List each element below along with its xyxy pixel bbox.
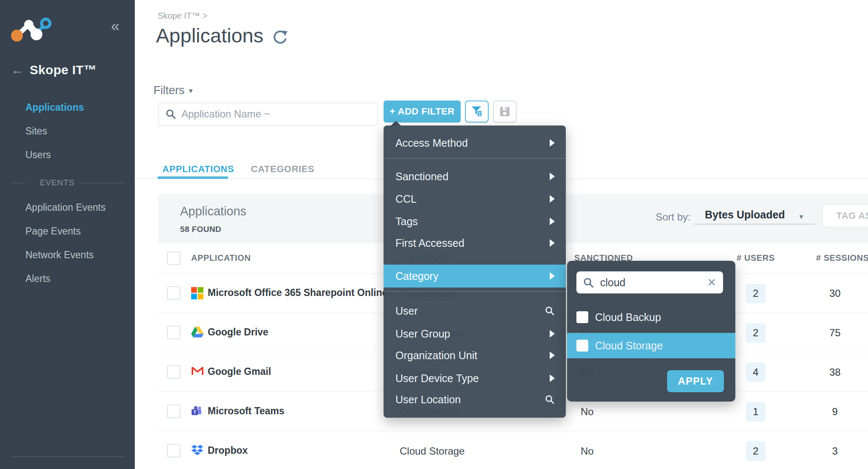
column-header-users[interactable]: # USERS (737, 253, 775, 263)
category-option-checkbox[interactable] (576, 311, 588, 323)
filter-menu-item-access-method[interactable]: Access Method (384, 131, 566, 154)
filter-menu-item-label: User Location (395, 394, 461, 406)
tag-as-button[interactable]: TAG AS... (822, 204, 868, 227)
apply-button[interactable]: APPLY (667, 370, 724, 392)
app-name: Google Gmail (208, 366, 271, 377)
sidebar-item-users[interactable]: Users (25, 148, 51, 161)
row-checkbox[interactable] (167, 444, 181, 458)
sessions-count: 9 (832, 406, 837, 418)
submenu-arrow-icon (550, 352, 555, 359)
application-name-input[interactable] (181, 103, 373, 125)
sessions-count: 3 (832, 445, 837, 457)
category-submenu: ✕ Cloud BackupCloud Storage APPLY (567, 261, 735, 402)
sidebar-item-sites[interactable]: Sites (25, 125, 47, 137)
sidebar: « ← Skope IT™ ApplicationsSitesUsers EVE… (0, 0, 135, 469)
category-option-checkbox[interactable] (576, 340, 588, 352)
sort-by-value: Bytes Uploaded (705, 209, 785, 221)
filter-menu-item-label: Sanctioned (395, 170, 448, 183)
sidebar-title-text: Skope IT™ (30, 63, 97, 77)
filter-menu-item-category[interactable]: Category (384, 265, 566, 288)
submenu-arrow-icon (550, 239, 555, 247)
svg-text:T: T (193, 410, 196, 415)
users-count-badge: 1 (746, 402, 765, 422)
app-name: Dropbox (208, 445, 248, 456)
office365-icon (191, 287, 203, 301)
filter-menu-item-ccl[interactable]: CCL (384, 187, 566, 210)
filter-menu-item-organization-unit[interactable]: Organization Unit (384, 344, 566, 367)
users-count-badge: 4 (746, 363, 765, 382)
users-count-badge: 2 (746, 284, 765, 303)
saved-filters-button[interactable] (465, 100, 489, 123)
filter-menu-item-sanctioned[interactable]: Sanctioned (384, 165, 566, 188)
back-arrow-icon[interactable]: ← (11, 64, 24, 76)
sessions-count: 75 (829, 327, 841, 339)
filter-menu-item-label: User (395, 305, 418, 317)
filter-menu-item-tags[interactable]: Tags (384, 210, 566, 233)
save-icon (499, 106, 511, 117)
page-title-text: Applications (156, 24, 263, 47)
google-drive-icon (191, 327, 204, 340)
search-icon (545, 394, 555, 405)
app-sanctioned: No (581, 406, 594, 418)
row-checkbox[interactable] (167, 286, 181, 300)
filters-toggle[interactable]: Filters ▾ (153, 84, 193, 97)
sidebar-item-alerts[interactable]: Alerts (25, 272, 50, 285)
submenu-arrow-icon (550, 272, 555, 280)
filters-label-text: Filters (153, 84, 185, 97)
column-header-application[interactable]: APPLICATION (191, 253, 251, 263)
row-checkbox[interactable] (167, 365, 181, 379)
filter-menu-item-label: CCL (395, 193, 417, 205)
tab-applications[interactable]: APPLICATIONS (162, 164, 234, 175)
filter-menu-item-label: Category (395, 270, 438, 282)
filter-menu-item-user-device-type[interactable]: User Device Type (384, 367, 566, 390)
category-option-cloud-storage[interactable]: Cloud Storage (567, 333, 735, 358)
sidebar-item-page-events[interactable]: Page Events (25, 225, 81, 237)
filter-menu-item-user-group[interactable]: User Group (384, 322, 566, 345)
add-filter-button[interactable]: + ADD FILTER (384, 100, 461, 123)
app-name: Microsoft Teams (208, 405, 284, 417)
netskope-logo-icon (9, 14, 53, 45)
app-name: Google Drive (208, 327, 268, 338)
submenu-arrow-icon (550, 139, 555, 147)
filter-menu-item-user-location[interactable]: User Location (384, 388, 566, 411)
category-search-input[interactable] (599, 272, 707, 293)
sidebar-item-applications[interactable]: Applications (25, 101, 84, 114)
filter-menu-item-user[interactable]: User (384, 299, 566, 322)
teams-icon: T (191, 405, 202, 418)
sort-by-select[interactable]: Bytes Uploaded ▾ (694, 207, 815, 224)
select-all-checkbox[interactable] (167, 251, 181, 265)
column-header-sessions[interactable]: # SESSIONS (816, 253, 868, 263)
filter-menu-item-label: User Group (395, 328, 450, 340)
clear-search-icon[interactable]: ✕ (707, 276, 716, 289)
submenu-arrow-icon (550, 173, 555, 180)
tab-categories[interactable]: CATEGORIES (251, 164, 314, 175)
row-checkbox[interactable] (167, 326, 181, 339)
chevron-down-icon: ▾ (799, 212, 803, 221)
skope-it-app: « ← Skope IT™ ApplicationsSitesUsers EVE… (0, 0, 868, 469)
app-category: Cloud Storage (400, 445, 465, 457)
save-filter-button[interactable] (493, 100, 517, 123)
menu-arrow (390, 121, 401, 126)
category-search: ✕ (576, 271, 723, 293)
submenu-arrow-icon (550, 218, 555, 225)
sidebar-item-application-events[interactable]: Application Events (25, 201, 106, 214)
refresh-icon[interactable] (272, 29, 289, 46)
sidebar-item-network-events[interactable]: Network Events (25, 248, 94, 261)
table-row[interactable]: DropboxCloud StorageNo23 (158, 431, 868, 469)
category-option-label: Cloud Backup (595, 311, 661, 324)
filter-menu-item-label: Tags (395, 215, 418, 228)
sidebar-section-events: EVENTS (11, 178, 124, 187)
events-label: EVENTS (25, 178, 80, 187)
search-icon (583, 277, 594, 288)
filter-menu-item-first-accessed[interactable]: First Accessed (384, 232, 566, 254)
search-icon (545, 306, 555, 316)
category-option-cloud-backup[interactable]: Cloud Backup (567, 304, 735, 330)
sidebar-divider (11, 456, 124, 457)
breadcrumb[interactable]: Skope IT™ > (158, 11, 207, 21)
chevron-down-icon: ▾ (189, 86, 193, 95)
search-icon (165, 109, 176, 120)
row-checkbox[interactable] (167, 405, 181, 418)
sidebar-collapse-icon[interactable]: « (111, 19, 120, 34)
add-filter-menu: Access MethodSanctionedCCLTagsFirst Acce… (384, 126, 566, 418)
sessions-count: 38 (829, 366, 841, 378)
